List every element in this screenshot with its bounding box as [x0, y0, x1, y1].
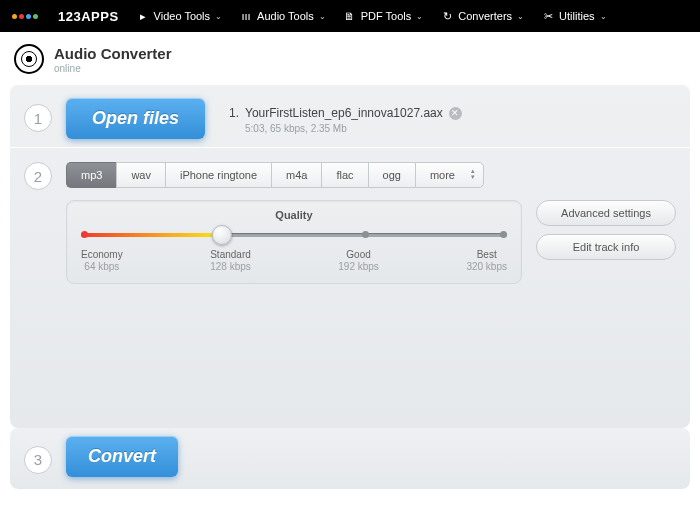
q-label-good: Good192 kbps	[338, 249, 379, 273]
nav-audio-tools[interactable]: ııı Audio Tools ⌄	[240, 10, 326, 22]
quality-title: Quality	[81, 209, 507, 221]
slider-knob[interactable]	[212, 225, 232, 245]
nav-label: Converters	[458, 10, 512, 22]
nav-pdf-tools[interactable]: 🗎 PDF Tools ⌄	[344, 10, 424, 22]
q-label-standard: Standard128 kbps	[210, 249, 251, 273]
remove-file-icon[interactable]: ✕	[449, 107, 462, 120]
tab-wav[interactable]: wav	[116, 162, 165, 188]
file-info: 1. YourFirstListen_ep6_innova1027.aax ✕ …	[229, 106, 462, 134]
chevron-down-icon: ⌄	[215, 12, 222, 21]
edit-track-info-button[interactable]: Edit track info	[536, 234, 676, 260]
chevron-down-icon: ⌄	[416, 12, 423, 21]
divider	[10, 147, 690, 148]
file-index: 1.	[229, 106, 239, 120]
page-header: Audio Converter online	[0, 32, 700, 84]
nav-video-tools[interactable]: ▸ Video Tools ⌄	[137, 10, 222, 22]
step-2: 2 mp3 wav iPhone ringtone m4a flac ogg m…	[24, 150, 676, 428]
file-name: YourFirstListen_ep6_innova1027.aax	[245, 106, 443, 120]
file-meta: 5:03, 65 kbps, 2.35 Mb	[245, 123, 462, 134]
brand-dots	[12, 14, 38, 19]
tab-mp3[interactable]: mp3	[66, 162, 116, 188]
tab-m4a[interactable]: m4a	[271, 162, 321, 188]
q-label-economy: Economy64 kbps	[81, 249, 123, 273]
nav-utilities[interactable]: ✂ Utilities ⌄	[542, 10, 606, 22]
step-number-1: 1	[24, 104, 52, 132]
updown-icon: ▴▾	[471, 168, 475, 180]
utilities-icon: ✂	[542, 10, 554, 22]
app-logo-icon	[14, 44, 44, 74]
quality-labels: Economy64 kbps Standard128 kbps Good192 …	[81, 249, 507, 273]
top-nav: 123APPS ▸ Video Tools ⌄ ııı Audio Tools …	[0, 0, 700, 32]
open-files-button[interactable]: Open files	[66, 98, 205, 139]
step-number-3: 3	[24, 446, 52, 474]
quality-box: Quality Economy64 kbps Standard128 kbps	[66, 200, 522, 284]
tab-ogg[interactable]: ogg	[368, 162, 415, 188]
q-label-best: Best320 kbps	[466, 249, 507, 273]
chevron-down-icon: ⌄	[600, 12, 607, 21]
nav-label: Audio Tools	[257, 10, 314, 22]
nav-converters[interactable]: ↻ Converters ⌄	[441, 10, 524, 22]
nav-label: Video Tools	[154, 10, 210, 22]
pdf-icon: 🗎	[344, 10, 356, 22]
step-1: 1 Open files 1. YourFirstListen_ep6_inno…	[24, 92, 676, 145]
chevron-down-icon: ⌄	[319, 12, 326, 21]
quality-slider[interactable]	[81, 229, 507, 239]
format-tabs: mp3 wav iPhone ringtone m4a flac ogg mor…	[66, 162, 676, 188]
tab-more-label: more	[430, 169, 455, 181]
tab-more[interactable]: more▴▾	[415, 162, 484, 188]
tab-iphone-ringtone[interactable]: iPhone ringtone	[165, 162, 271, 188]
nav-label: PDF Tools	[361, 10, 412, 22]
advanced-settings-button[interactable]: Advanced settings	[536, 200, 676, 226]
nav-label: Utilities	[559, 10, 594, 22]
page-subtitle: online	[54, 63, 172, 74]
step-3: 3 Convert	[10, 428, 690, 489]
brand-text: 123APPS	[58, 9, 119, 24]
page-title: Audio Converter	[54, 45, 172, 62]
video-icon: ▸	[137, 10, 149, 22]
chevron-down-icon: ⌄	[517, 12, 524, 21]
convert-icon: ↻	[441, 10, 453, 22]
main-panel: 1 Open files 1. YourFirstListen_ep6_inno…	[10, 84, 690, 428]
convert-button[interactable]: Convert	[66, 436, 178, 477]
tab-flac[interactable]: flac	[321, 162, 367, 188]
audio-icon: ııı	[240, 10, 252, 22]
step-number-2: 2	[24, 162, 52, 190]
